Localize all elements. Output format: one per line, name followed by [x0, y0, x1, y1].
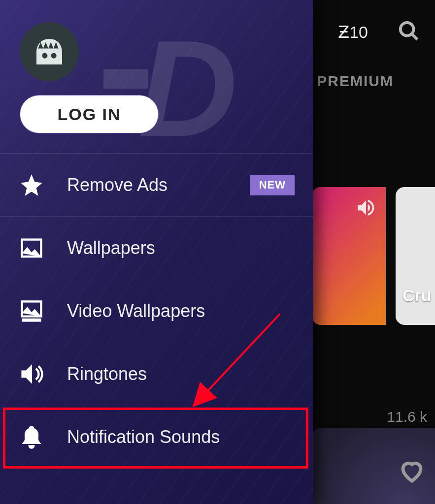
navigation-drawer: D LOG IN Remove Ads NEW Wallpapers Video [0, 0, 313, 504]
volume-icon [355, 197, 377, 219]
drawer-header: LOG IN [0, 0, 313, 154]
content-tiles: Cru 11.6 k [312, 187, 435, 502]
nav-item-video-wallpapers[interactable]: Video Wallpapers [0, 280, 313, 343]
new-badge: NEW [250, 175, 295, 195]
download-count: 11.6 k [372, 409, 427, 425]
nav-item-label: Notification Sounds [67, 427, 220, 447]
drawer-nav: Wallpapers Video Wallpapers Ringtones No… [0, 217, 313, 469]
credits-balance[interactable]: Ƶ10 [338, 22, 368, 42]
search-icon[interactable] [398, 20, 420, 44]
video-wallpaper-icon [19, 298, 44, 324]
content-tile[interactable] [312, 187, 386, 325]
nav-item-label: Video Wallpapers [67, 301, 205, 321]
login-button[interactable]: LOG IN [20, 95, 159, 133]
image-icon [19, 235, 44, 261]
nav-item-notification-sounds[interactable]: Notification Sounds [0, 406, 313, 469]
svg-rect-6 [22, 318, 41, 322]
nav-item-remove-ads[interactable]: Remove Ads NEW [0, 154, 313, 217]
nav-item-wallpapers[interactable]: Wallpapers [0, 217, 313, 280]
heart-icon[interactable] [399, 458, 425, 484]
svg-point-3 [51, 53, 57, 59]
nav-item-label: Remove Ads [67, 175, 228, 195]
svg-line-1 [412, 34, 418, 40]
tile-label: Cru [402, 286, 432, 305]
volume-icon [19, 361, 44, 387]
avatar[interactable] [20, 22, 79, 81]
svg-point-2 [42, 53, 47, 59]
avatar-monster-icon [30, 32, 68, 71]
star-icon [19, 172, 44, 198]
svg-point-0 [401, 23, 414, 36]
nav-item-label: Wallpapers [67, 238, 155, 258]
download-icon [372, 411, 383, 422]
nav-item-ringtones[interactable]: Ringtones [0, 343, 313, 406]
content-tile[interactable]: Cru [396, 187, 435, 325]
nav-item-label: Ringtones [67, 364, 147, 384]
bell-icon [19, 424, 44, 450]
tab-premium[interactable]: PREMIUM [317, 73, 394, 90]
